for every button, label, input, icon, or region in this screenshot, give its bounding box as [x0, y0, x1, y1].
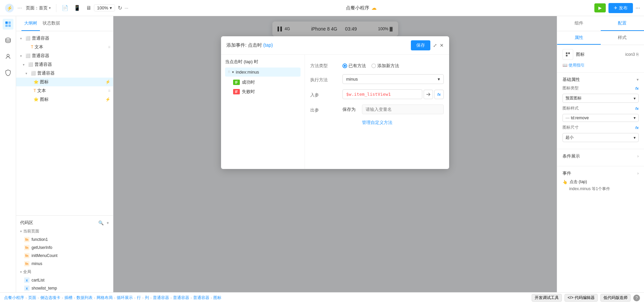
- zoom-control[interactable]: 100% ▾: [94, 4, 115, 11]
- icon-type-actions: fx: [635, 86, 639, 90]
- breadcrumb-container1[interactable]: 普通容器: [153, 295, 169, 301]
- icon-size-fx-button[interactable]: fx: [635, 126, 639, 130]
- page-selector[interactable]: 页面：首页 ▾: [26, 5, 51, 11]
- code-cartlist[interactable]: x cartList: [16, 276, 113, 284]
- condition-section: 条件展示 ›: [557, 149, 644, 166]
- copy-icon[interactable]: ⎘: [636, 52, 639, 57]
- tab-component[interactable]: 组件: [557, 16, 601, 31]
- exec-method-row: 执行方法 minus ▾: [310, 74, 444, 84]
- breadcrumb-datalist[interactable]: 数据列表: [76, 295, 93, 301]
- refresh-icon[interactable]: ↻: [118, 5, 122, 11]
- tree-item-text-1[interactable]: T 文本 ≡: [16, 43, 113, 51]
- breadcrumb-page[interactable]: 页面: [28, 295, 36, 301]
- shield-icon[interactable]: [3, 67, 13, 78]
- icon-section-right: icon3 ⎘: [625, 52, 639, 57]
- modal-close-icon[interactable]: ✕: [440, 43, 444, 48]
- current-page-section[interactable]: ▾ 当前页面: [16, 227, 113, 235]
- top-more-icon[interactable]: ···: [636, 5, 640, 11]
- code-header: 代码区 🔍 +: [16, 218, 113, 227]
- icon-style-fx-button[interactable]: fx: [635, 106, 639, 111]
- right-panel-tabs: 组件 配置: [557, 16, 644, 31]
- code-minus[interactable]: fn minus: [16, 260, 113, 268]
- code-getuserinfo[interactable]: fn getUserInfo: [16, 244, 113, 252]
- tab-state[interactable]: 状态数据: [40, 16, 63, 31]
- low-code-button[interactable]: 低代码版迭师: [600, 294, 631, 302]
- breadcrumb-sep: ›: [134, 296, 136, 300]
- input-code-field[interactable]: $w.item_listView1: [342, 89, 422, 99]
- users-icon[interactable]: [3, 51, 13, 62]
- add-code-icon[interactable]: +: [106, 220, 109, 225]
- breadcrumb-grid[interactable]: 网格布局: [97, 295, 113, 301]
- help-icon[interactable]: ?: [633, 295, 640, 301]
- icon-size-row: 图标尺寸 fx: [562, 125, 639, 130]
- breadcrumb-container3[interactable]: 普通容器: [193, 295, 209, 301]
- input-label: 入参: [310, 89, 337, 98]
- global-section[interactable]: ▾ 全局: [16, 268, 113, 276]
- fail-label: 失败时: [242, 89, 255, 95]
- tab-style[interactable]: 样式: [601, 31, 644, 45]
- toolbar-icons: 📄 📱 🖥: [62, 5, 91, 11]
- event-detail: index.minus 等1个事件: [562, 186, 639, 192]
- toolbar-more-icon[interactable]: ···: [125, 5, 128, 10]
- tree-item-container-2[interactable]: ▾ ⬜ 普通容器: [16, 51, 113, 60]
- breadcrumb-slot[interactable]: 插槽: [64, 295, 72, 301]
- condition-expand-icon[interactable]: ›: [637, 154, 639, 159]
- breadcrumb-loop[interactable]: 循环展示: [117, 295, 133, 301]
- debug-tool-button[interactable]: 开发调试工具: [532, 294, 562, 302]
- breadcrumb-sidenav[interactable]: 侧边选项卡: [40, 295, 60, 301]
- icon-style-select[interactable]: — td:remove ▾: [562, 114, 639, 122]
- breadcrumb-icon[interactable]: 图标: [213, 295, 221, 301]
- event-success-item[interactable]: IF 成功时: [230, 78, 301, 87]
- radio-existing[interactable]: 已有方法: [342, 63, 366, 69]
- components-icon[interactable]: [3, 19, 13, 30]
- menu-dots[interactable]: ···: [17, 5, 22, 11]
- tab-props[interactable]: 属性: [557, 31, 601, 45]
- icon-type-select[interactable]: 预置图标 ▾: [562, 94, 639, 103]
- success-label: 成功时: [242, 79, 255, 85]
- icon-type-row: 图标类型 fx: [562, 85, 639, 91]
- tree-item-icon-2[interactable]: ⭐ 图标 ⚡: [16, 95, 113, 104]
- modal-save-button[interactable]: 保存: [411, 40, 430, 50]
- use-ref-link[interactable]: 📖 使用指引: [562, 63, 585, 68]
- code-function1[interactable]: fn function1: [16, 235, 113, 244]
- code-editor-button[interactable]: </> 代码编辑器: [565, 294, 598, 302]
- input-fx-icon[interactable]: fx: [434, 90, 444, 99]
- manage-custom-methods-link[interactable]: 管理自定义方法: [310, 120, 444, 126]
- tree-item-text-2[interactable]: T 文本 ≡: [16, 86, 113, 95]
- file-icon[interactable]: 📄: [62, 5, 68, 11]
- icon-size-select[interactable]: 超小 ▾: [562, 133, 639, 142]
- tree-item-icon-selected[interactable]: ⭐ 图标 ⚡: [16, 78, 113, 86]
- data-icon[interactable]: [3, 35, 13, 46]
- breadcrumb-app[interactable]: 点餐小程序: [4, 295, 24, 301]
- tree-item-container-4[interactable]: ▾ ⬜ 普通容器: [16, 69, 113, 78]
- output-variable-input[interactable]: [362, 104, 444, 114]
- mobile-icon[interactable]: 📱: [74, 5, 80, 11]
- tab-config[interactable]: 配置: [601, 16, 644, 31]
- select-chevron-icon: ▾: [634, 116, 636, 120]
- tab-tree[interactable]: 大纲树: [21, 16, 40, 31]
- icon-type-fx-button[interactable]: fx: [635, 86, 639, 90]
- event-fail-item[interactable]: IF 失败时: [230, 87, 301, 96]
- radio-new[interactable]: 添加新方法: [371, 63, 399, 69]
- tree-item-container-3[interactable]: ▾ ⬜ 普通容器: [16, 60, 113, 69]
- modal-right: 方法类型 已有方法 添加新方法: [305, 55, 449, 169]
- exec-method-select[interactable]: minus ▾: [342, 74, 444, 84]
- event-item-main[interactable]: ⠿ ▾ index:minus: [225, 68, 301, 77]
- breadcrumb-row[interactable]: 行: [137, 295, 141, 301]
- modal-fullscreen-icon[interactable]: ⤢: [433, 43, 437, 48]
- tree-arrow-icon: ▾: [20, 37, 24, 40]
- breadcrumb-container2[interactable]: 普通容器: [173, 295, 189, 301]
- svg-rect-10: [566, 55, 568, 56]
- code-initmenucount[interactable]: fn initMenuCount: [16, 252, 113, 260]
- publish-button[interactable]: ✈ 发布: [608, 3, 633, 13]
- breadcrumb-col[interactable]: 列: [145, 295, 149, 301]
- input-ref-icon[interactable]: [424, 90, 433, 99]
- tree-item-container-1[interactable]: ▾ ⬜ 普通容器: [16, 34, 113, 43]
- basic-props-expand-icon[interactable]: ▾: [637, 77, 639, 82]
- run-button[interactable]: ▶: [594, 3, 606, 12]
- publish-label: 发布: [619, 5, 628, 11]
- desktop-icon[interactable]: 🖥: [86, 5, 91, 11]
- code-showlist[interactable]: x showlist_temp: [16, 284, 113, 292]
- event-expand-icon[interactable]: ›: [637, 171, 639, 176]
- search-icon[interactable]: 🔍: [98, 220, 104, 225]
